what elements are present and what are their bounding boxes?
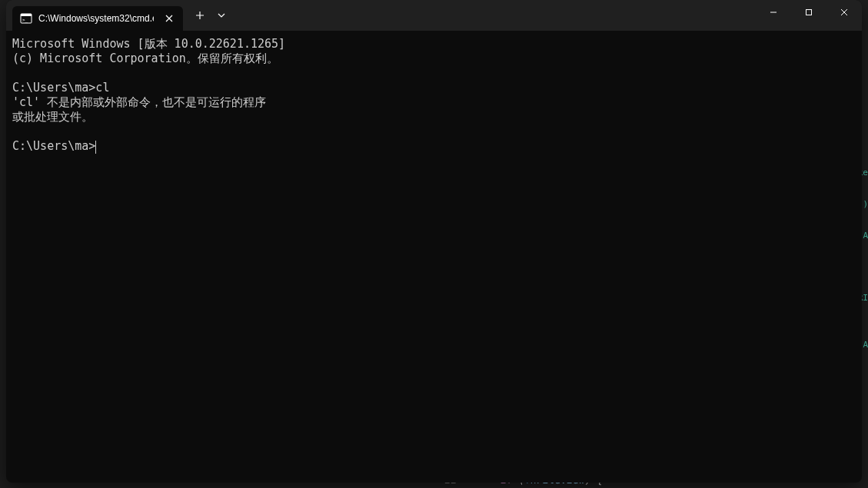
terminal-line: 'cl' 不是内部或外部命令，也不是可运行的程序	[12, 95, 266, 109]
maximize-button[interactable]	[791, 0, 826, 25]
bg-frag: A	[863, 231, 868, 241]
terminal-prompt: C:\Users\ma>	[12, 139, 95, 153]
title-bar[interactable]: >_ C:\Windows\system32\cmd.e	[6, 0, 862, 31]
terminal-body[interactable]: Microsoft Windows [版本 10.0.22621.1265] (…	[6, 31, 862, 483]
tab-strip: >_ C:\Windows\system32\cmd.e	[6, 0, 231, 31]
terminal-line: Microsoft Windows [版本 10.0.22621.1265]	[12, 37, 285, 51]
close-button[interactable]	[826, 0, 862, 25]
svg-rect-1	[21, 14, 32, 16]
terminal-line: C:\Users\ma>cl	[12, 81, 109, 95]
tab-title: C:\Windows\system32\cmd.e	[38, 13, 154, 24]
minimize-button[interactable]	[756, 0, 791, 25]
cursor	[95, 141, 96, 154]
svg-text:>_: >_	[22, 17, 28, 23]
tab-dropdown-button[interactable]	[212, 3, 231, 28]
tab-close-button[interactable]	[163, 12, 175, 25]
bg-frag: )	[863, 199, 868, 209]
svg-rect-3	[806, 10, 812, 15]
terminal-line: (c) Microsoft Corporation。保留所有权利。	[12, 51, 278, 65]
window-controls	[756, 0, 862, 31]
bg-frag: A	[863, 340, 868, 350]
new-tab-button[interactable]	[188, 3, 212, 28]
tab-cmd[interactable]: >_ C:\Windows\system32\cmd.e	[12, 6, 183, 31]
terminal-window: >_ C:\Windows\system32\cmd.e	[6, 0, 862, 483]
cmd-icon: >_	[20, 12, 32, 25]
terminal-line: 或批处理文件。	[12, 110, 93, 124]
